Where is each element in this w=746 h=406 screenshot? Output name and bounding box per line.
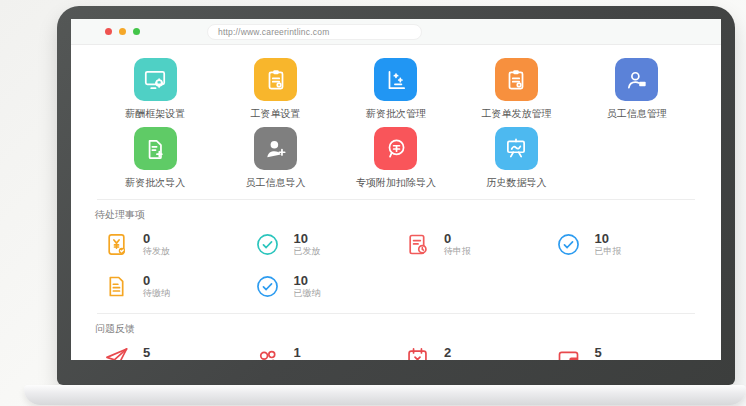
stat-value: 2 [444,346,480,360]
app-salary-batch-management[interactable]: 薪资批次管理 [336,58,456,121]
app-payslip-distribution-management[interactable]: 工资单发放管理 [456,58,576,121]
feedback-section-title: 问题反馈 [95,322,697,336]
app-label: 薪资批次管理 [366,107,426,121]
clipboard-icon [254,58,297,101]
stat-value: 10 [294,232,321,246]
app-label: 工资单发放管理 [481,107,551,121]
stat-value: 0 [143,274,170,288]
stat-value: 10 [595,232,622,246]
clipboard-icon [495,58,538,101]
check-circle-icon [254,231,281,258]
app-payslip-settings[interactable]: 工资单设置 [215,58,335,121]
dashboard-content: 薪酬框架设置 工资单设置 薪资批次管理 [71,45,721,360]
app-grid: 薪酬框架设置 工资单设置 薪资批次管理 [95,58,697,190]
doc-clock-icon [404,231,431,258]
laptop-base [24,385,746,405]
stat-tax-info-needed[interactable]: 1 个税申报待补充信息 [246,345,397,360]
app-salary-framework-settings[interactable]: 薪酬框架设置 [95,58,215,121]
feedback-stats: 5 薪资发放待补充信息 1 个税申报待补充信息 [95,345,697,360]
traffic-light-maximize-icon[interactable] [133,28,140,35]
browser-topbar: http://www.careerintlinc.com [71,19,721,45]
stat-value: 0 [143,232,170,246]
calendar-x-icon [404,345,431,360]
stat-label: 已申报 [595,246,622,257]
stat-value: 0 [444,232,471,246]
people-icon [254,345,281,360]
monitor-gear-icon [134,58,177,101]
stat-value: 10 [294,274,321,288]
wallet-icon [555,345,582,360]
stat-label: 已缴纳 [294,288,321,299]
stat-declared[interactable]: 10 已申报 [547,231,698,258]
stat-label: 待发放 [143,246,170,257]
stat-distributed[interactable]: 10 已发放 [246,231,397,258]
presentation-icon [495,127,538,170]
stat-pending-distribution[interactable]: 0 待发放 [95,231,246,258]
check-circle-icon [555,231,582,258]
person-card-icon [615,58,658,101]
pending-section-title: 待处理事项 [95,208,697,222]
stat-label: 已发放 [294,246,321,257]
traffic-light-minimize-icon[interactable] [119,28,126,35]
batch-chart-icon [374,58,417,101]
app-label: 薪资批次导入 [125,176,185,190]
browser-window: http://www.careerintlinc.com 薪酬框架设置 工资单设… [71,19,721,360]
stat-label: 待缴纳 [143,288,170,299]
app-history-data-import[interactable]: 历史数据导入 [456,127,576,190]
section-divider [97,313,695,314]
stat-pending-payment[interactable]: 0 待缴纳 [95,273,246,300]
traffic-light-close-icon[interactable] [105,28,112,35]
app-label: 工资单设置 [251,107,301,121]
app-employee-info-management[interactable]: 员工信息管理 [577,58,697,121]
pending-stats: 0 待发放 10 已发放 [95,231,697,300]
app-label: 员工信息管理 [607,107,667,121]
app-employee-info-import[interactable]: 员工信息导入 [215,127,335,190]
stat-declaration-failed[interactable]: 2 申报失败 [396,345,547,360]
stat-value: 1 [294,346,375,360]
check-circle-icon [254,273,281,300]
stat-value: 5 [143,346,224,360]
app-label: 员工信息导入 [246,176,306,190]
stat-pending-declaration[interactable]: 0 待申报 [396,231,547,258]
app-special-deduction-import[interactable]: 专项附加扣除导入 [336,127,456,190]
app-label: 薪酬框架设置 [125,107,185,121]
app-label: 专项附加扣除导入 [356,176,436,190]
section-divider [97,199,695,200]
stat-payment-failed[interactable]: 5 缴纳失败 [547,345,698,360]
app-label: 历史数据导入 [486,176,546,190]
page-background: http://www.careerintlinc.com 薪酬框架设置 工资单设… [0,0,746,406]
stat-value: 5 [595,346,631,360]
person-plus-icon [254,127,297,170]
address-bar[interactable]: http://www.careerintlinc.com [207,24,422,40]
stat-paid[interactable]: 10 已缴纳 [246,273,397,300]
yen-doc-icon [103,231,130,258]
tax-stamp-icon [374,127,417,170]
doc-lines-icon [103,273,130,300]
stat-salary-info-needed[interactable]: 5 薪资发放待补充信息 [95,345,246,360]
doc-plus-icon [134,127,177,170]
paper-plane-icon [103,345,130,360]
app-salary-batch-import[interactable]: 薪资批次导入 [95,127,215,190]
stat-label: 待申报 [444,246,471,257]
